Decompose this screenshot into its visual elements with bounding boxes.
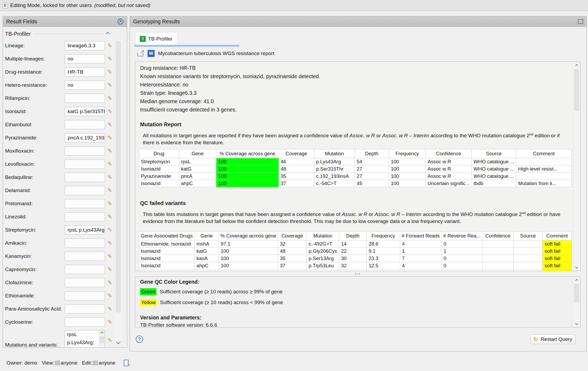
edit-pencil-icon[interactable]: ✎ — [105, 253, 115, 260]
export-report-icon[interactable]: ↗ — [137, 50, 144, 57]
column-header[interactable]: # Forward Reads — [400, 231, 441, 240]
edit-pencil-icon[interactable]: ✎ — [105, 200, 115, 207]
field-input[interactable]: HR-TB — [65, 67, 105, 77]
edit-pencil-icon[interactable]: ✎ — [105, 306, 115, 312]
column-header[interactable]: Confidence — [482, 231, 513, 240]
edit-pencil-icon[interactable]: ✎ — [105, 148, 115, 154]
field-input[interactable]: pncA c.192_193i — [65, 133, 105, 142]
edit-pencil-icon[interactable]: ✎ — [105, 69, 115, 75]
edit-pencil-icon[interactable]: ✎ — [105, 121, 115, 128]
edit-pencil-icon[interactable]: ✎ — [105, 279, 115, 286]
column-header[interactable]: Comment — [516, 149, 571, 158]
table-row[interactable]: IsoniazidkatG10048p.Gly206Cys229.111soft… — [139, 247, 572, 255]
field-input[interactable] — [65, 94, 105, 103]
scroll-down-button[interactable] — [574, 266, 580, 268]
field-input[interactable] — [65, 160, 105, 169]
inner-scrollbar[interactable] — [99, 330, 105, 347]
table-row[interactable]: PyrazinamidepncA10035c.192_193insA27100A… — [139, 173, 572, 180]
column-header[interactable]: Mutation — [314, 149, 355, 158]
edit-pencil-icon[interactable]: ✎ — [105, 337, 115, 344]
field-input[interactable] — [65, 199, 105, 208]
field-input[interactable] — [65, 212, 105, 221]
edit-pencil-icon[interactable]: ✎ — [105, 293, 115, 299]
field-input[interactable] — [65, 252, 105, 261]
legend-area[interactable]: Gene QC Color Legend: GreenSufficient co… — [135, 276, 580, 327]
left-panel-scrollbar[interactable] — [115, 41, 122, 345]
field-input[interactable]: katG p.Ser315Th — [65, 107, 105, 116]
edit-permissions-icon[interactable]: ✎ — [123, 359, 130, 366]
table-row[interactable]: IsoniazidkatG10048p.Ser315Thr27100Assoc … — [139, 165, 572, 173]
edit-pencil-icon[interactable]: ✎ — [105, 95, 115, 102]
scrollbar-thumb[interactable] — [574, 70, 579, 110]
column-header[interactable]: Depth — [355, 149, 389, 158]
field-input[interactable] — [65, 318, 105, 327]
chevron-up-icon[interactable] — [106, 32, 110, 36]
field-input[interactable] — [65, 146, 105, 156]
table-row[interactable]: IsoniazidkasA10035p.Ser13Arg3023.370soft… — [139, 255, 572, 262]
edit-pencil-icon[interactable]: ✎ — [105, 227, 115, 233]
table-row[interactable]: IsoniazidahpC10037p.Trp53Leu3212.540soft… — [139, 262, 572, 269]
field-input[interactable] — [65, 291, 105, 300]
field-input[interactable]: no — [65, 81, 105, 90]
table-row[interactable]: StreptomycinrpsL10046p.Lys43Arg54100Asso… — [139, 158, 572, 165]
edit-pencil-icon[interactable]: ✎ — [105, 56, 115, 62]
column-header[interactable]: Frequency — [389, 149, 426, 158]
column-header[interactable]: Coverage — [279, 149, 314, 158]
column-header[interactable]: Source — [513, 231, 543, 240]
scroll-up-button[interactable] — [574, 64, 580, 67]
field-input[interactable] — [65, 304, 105, 314]
column-header[interactable]: Gene Associated Drugs — [139, 231, 195, 240]
restart-query-button[interactable]: ↻ Restart Query — [530, 334, 575, 344]
table-row[interactable]: EthambutolembC10039p.Thr270Ile25100424so… — [139, 269, 572, 271]
field-input[interactable]: rpsL p.Lys43Arg — [65, 225, 105, 235]
collapse-panel-icon[interactable] — [117, 18, 124, 25]
scrollbar-thumb[interactable] — [574, 284, 579, 302]
legend-scrollbar[interactable] — [573, 277, 580, 327]
field-input[interactable] — [65, 173, 105, 182]
scroll-up-button[interactable] — [574, 279, 580, 282]
field-input[interactable] — [65, 186, 105, 195]
column-header[interactable]: % Coverage across gene — [216, 149, 279, 158]
scrollbar-thumb[interactable] — [116, 41, 121, 312]
column-header[interactable]: Frequency — [367, 231, 400, 240]
edit-pencil-icon[interactable]: ✎ — [105, 42, 115, 49]
column-header[interactable]: % Coverage across gene — [219, 231, 278, 240]
maximize-icon[interactable] — [578, 19, 583, 24]
edit-pencil-icon[interactable]: ✎ — [105, 240, 115, 246]
edit-pencil-icon[interactable]: ✎ — [105, 82, 115, 88]
field-input[interactable] — [65, 120, 105, 129]
table-row[interactable]: IsoniazidahpC10037c.-54C>T45100Uncertain… — [139, 180, 572, 187]
column-header[interactable]: Coverage — [278, 231, 307, 240]
word-document-icon[interactable]: W — [148, 50, 155, 57]
report-scrollbar[interactable] — [573, 62, 580, 271]
edit-pencil-icon[interactable]: ✎ — [105, 135, 115, 141]
column-header[interactable]: Gene — [195, 231, 219, 240]
field-input[interactable]: no — [65, 54, 105, 63]
edit-pencil-icon[interactable]: ✎ — [105, 214, 115, 220]
column-header[interactable]: Mutation — [306, 231, 339, 240]
column-header[interactable]: Confidence — [426, 149, 472, 158]
column-header[interactable]: Source — [472, 149, 516, 158]
edit-pencil-icon[interactable]: ✎ — [105, 266, 115, 273]
help-icon[interactable]: ? — [136, 336, 143, 343]
tab-tb-profiler[interactable]: T TB-Profiler — [136, 33, 177, 45]
column-header[interactable]: # Reverse Rea... — [441, 231, 482, 240]
edit-pencil-icon[interactable]: ✎ — [105, 174, 115, 181]
edit-pencil-icon[interactable]: ✎ — [105, 319, 115, 325]
resistance-report-area[interactable]: Drug resistance: HR-TBKnown resistance v… — [135, 62, 580, 271]
table-row[interactable]: Ethionamide, IsoniazidmshA97.132c.-492G>… — [139, 240, 572, 247]
column-header[interactable]: Depth — [339, 231, 367, 240]
edit-pencil-icon[interactable]: ✎ — [105, 187, 115, 194]
field-input[interactable] — [65, 265, 105, 274]
edit-pencil-icon[interactable]: ✎ — [105, 161, 115, 167]
scroll-down-button[interactable] — [574, 322, 580, 325]
scroll-down-button[interactable] — [115, 341, 122, 344]
field-input[interactable]: lineage6.3.3 — [65, 41, 105, 50]
column-header[interactable]: Drug — [139, 149, 179, 158]
field-input[interactable] — [65, 278, 105, 287]
group-header-tb-profiler[interactable]: TB-Profiler — [5, 30, 109, 38]
field-input[interactable] — [65, 239, 105, 248]
column-header[interactable]: Comment — [543, 231, 572, 240]
edit-pencil-icon[interactable]: ✎ — [105, 108, 115, 115]
splitter-handle[interactable]: ••• — [135, 271, 580, 276]
